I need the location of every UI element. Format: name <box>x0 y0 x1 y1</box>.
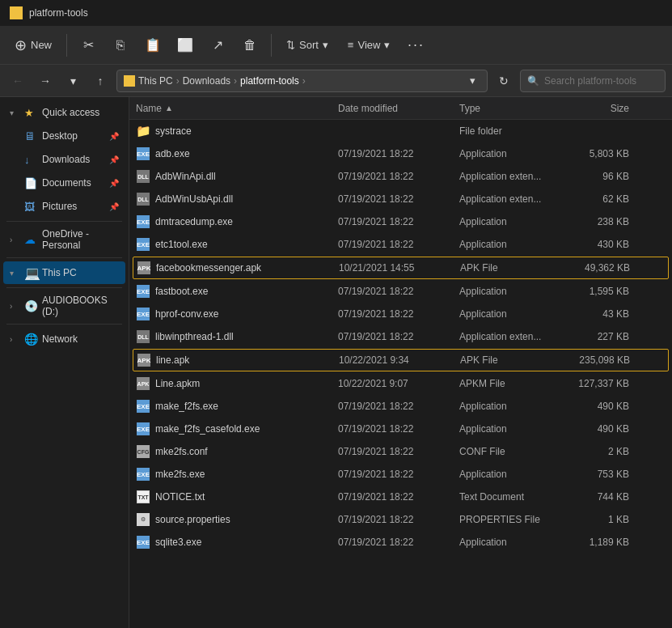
file-size-12: 490 KB <box>564 401 629 412</box>
col-header-date[interactable]: Date modified <box>338 103 459 114</box>
file-size-17: 1 KB <box>564 514 629 525</box>
sort-button[interactable]: ⇅ Sort ▾ <box>278 34 336 56</box>
table-row[interactable]: APK facebookmessenger.apk 10/21/2021 14:… <box>133 257 669 279</box>
address-dropdown[interactable]: ▾ <box>464 70 480 92</box>
new-button[interactable]: ⊕ New <box>6 32 60 59</box>
table-row[interactable]: APK Line.apkm 10/22/2021 9:07 APKM File … <box>129 372 672 395</box>
exe-icon: EXE <box>137 238 150 251</box>
quick-access-chevron: ▾ <box>10 108 19 117</box>
search-icon: 🔍 <box>527 75 539 87</box>
table-row[interactable]: EXE etc1tool.exe 07/19/2021 18:22 Applic… <box>129 233 672 256</box>
exe-icon: EXE <box>137 400 150 413</box>
table-row[interactable]: DLL AdbWinUsbApi.dll 07/19/2021 18:22 Ap… <box>129 188 672 210</box>
file-name-10: line.apk <box>156 354 339 366</box>
forward-button[interactable]: → <box>34 70 57 92</box>
documents-folder-icon: 📄 <box>24 177 37 189</box>
new-label: New <box>31 39 52 51</box>
pictures-folder-icon: 🖼 <box>24 201 37 213</box>
dll-icon: DLL <box>137 170 150 183</box>
title-bar-text: platform-tools <box>29 7 88 19</box>
paste-button[interactable]: 📋 <box>138 31 167 60</box>
sidebar-item-this-pc[interactable]: ▾ 💻 This PC <box>3 261 125 284</box>
table-row[interactable]: DLL AdbWinApi.dll 07/19/2021 18:22 Appli… <box>129 165 672 188</box>
sidebar-label-audiobooks: AUDIOBOOKS (D:) <box>42 295 119 317</box>
table-row[interactable]: APK line.apk 10/22/2021 9:34 APK File 23… <box>133 349 669 371</box>
table-row[interactable]: EXE sqlite3.exe 07/19/2021 18:22 Applica… <box>129 531 672 554</box>
table-row[interactable]: ⚙ source.properties 07/19/2021 18:22 PRO… <box>129 508 672 531</box>
sidebar-item-audiobooks[interactable]: › 💿 AUDIOBOOKS (D:) <box>3 291 125 320</box>
delete-button[interactable]: 🗑 <box>235 31 264 60</box>
table-row[interactable]: TXT NOTICE.txt 07/19/2021 18:22 Text Doc… <box>129 486 672 508</box>
this-pc-icon: 💻 <box>24 265 37 281</box>
search-box[interactable]: 🔍 <box>520 70 666 92</box>
file-name-7: fastboot.exe <box>155 286 338 297</box>
col-date-text: Date modified <box>338 103 398 114</box>
table-row[interactable]: CFG mke2fs.conf 07/19/2021 18:22 CONF Fi… <box>129 440 672 463</box>
table-row[interactable]: EXE mke2fs.exe 07/19/2021 18:22 Applicat… <box>129 463 672 486</box>
file-name-1: adb.exe <box>155 148 338 159</box>
path-folder-icon <box>124 75 135 87</box>
file-date-15: 07/19/2021 18:22 <box>338 469 459 480</box>
file-type-14: CONF File <box>459 446 564 457</box>
file-size-10: 235,098 KB <box>565 354 630 366</box>
share-button[interactable]: ↗ <box>203 31 232 60</box>
sort-icon: ⇅ <box>286 39 295 51</box>
file-name-13: make_f2fs_casefold.exe <box>155 423 338 435</box>
dll-icon: DLL <box>137 193 150 206</box>
table-row[interactable]: EXE dmtracedump.exe 07/19/2021 18:22 App… <box>129 210 672 233</box>
file-icon-0: 📁 <box>136 124 150 138</box>
col-header-name[interactable]: Name ▲ <box>136 103 338 114</box>
file-icon-12: EXE <box>136 399 150 414</box>
file-size-2: 96 KB <box>564 171 629 182</box>
toolbar: ⊕ New ✂ ⎘ 📋 ⬜ ↗ 🗑 ⇅ Sort ▾ ≡ View ▾ ··· <box>0 26 672 65</box>
file-size-15: 753 KB <box>564 469 629 480</box>
file-size-3: 62 KB <box>564 193 629 205</box>
cut-button[interactable]: ✂ <box>74 31 103 60</box>
sidebar-item-quick-access[interactable]: ▾ ★ Quick access <box>3 101 125 124</box>
table-row[interactable]: EXE adb.exe 07/19/2021 18:22 Application… <box>129 142 672 165</box>
refresh-button[interactable]: ↻ <box>492 70 515 92</box>
sidebar-item-desktop[interactable]: 🖥 Desktop 📌 <box>3 125 125 147</box>
exe-icon: EXE <box>137 215 150 228</box>
up-button[interactable]: ↑ <box>89 70 112 92</box>
sidebar-item-downloads[interactable]: ↓ Downloads 📌 <box>3 148 125 171</box>
table-row[interactable]: EXE fastboot.exe 07/19/2021 18:22 Applic… <box>129 280 672 303</box>
file-date-9: 07/19/2021 18:22 <box>338 331 459 342</box>
recent-button[interactable]: ▾ <box>61 70 84 92</box>
sidebar-divider-3 <box>6 287 122 288</box>
file-icon-14: CFG <box>136 444 150 459</box>
more-button[interactable]: ··· <box>401 31 430 60</box>
copy-button[interactable]: ⎘ <box>106 31 135 60</box>
sidebar-item-pictures[interactable]: 🖼 Pictures 📌 <box>3 195 125 218</box>
file-size-7: 1,595 KB <box>564 286 629 297</box>
file-size-13: 490 KB <box>564 423 629 435</box>
sidebar-item-documents[interactable]: 📄 Documents 📌 <box>3 172 125 194</box>
sidebar-item-onedrive[interactable]: › ☁ OneDrive - Personal <box>3 225 125 254</box>
col-type-text: Type <box>459 103 480 114</box>
table-row[interactable]: 📁 systrace File folder <box>129 120 672 142</box>
file-type-13: Application <box>459 423 564 435</box>
path-downloads: Downloads <box>183 75 230 87</box>
back-button[interactable]: ← <box>6 70 29 92</box>
address-path[interactable]: This PC › Downloads › platform-tools › ▾ <box>116 70 488 92</box>
sidebar-divider-1 <box>6 221 122 222</box>
col-header-size[interactable]: Size <box>564 103 629 114</box>
table-row[interactable]: EXE hprof-conv.exe 07/19/2021 18:22 Appl… <box>129 303 672 325</box>
file-size-11: 127,337 KB <box>564 378 629 389</box>
file-type-2: Application exten... <box>459 171 564 182</box>
file-date-14: 07/19/2021 18:22 <box>338 446 459 457</box>
file-name-15: mke2fs.exe <box>155 469 338 480</box>
file-rows-container: 📁 systrace File folder EXE adb.exe 07/19… <box>129 120 672 554</box>
table-row[interactable]: EXE make_f2fs_casefold.exe 07/19/2021 18… <box>129 418 672 440</box>
table-row[interactable]: DLL libwinpthread-1.dll 07/19/2021 18:22… <box>129 325 672 348</box>
apkm-icon: APK <box>137 377 150 390</box>
col-header-type[interactable]: Type <box>459 103 564 114</box>
sidebar-item-network[interactable]: › 🌐 Network <box>3 328 125 350</box>
file-name-6: facebookmessenger.apk <box>156 262 339 274</box>
file-date-8: 07/19/2021 18:22 <box>338 308 459 320</box>
view-button[interactable]: ≡ View ▾ <box>340 34 399 56</box>
table-row[interactable]: EXE make_f2fs.exe 07/19/2021 18:22 Appli… <box>129 395 672 418</box>
search-input[interactable] <box>544 75 658 87</box>
conf-icon: CFG <box>137 445 150 458</box>
rename-button[interactable]: ⬜ <box>171 31 200 60</box>
